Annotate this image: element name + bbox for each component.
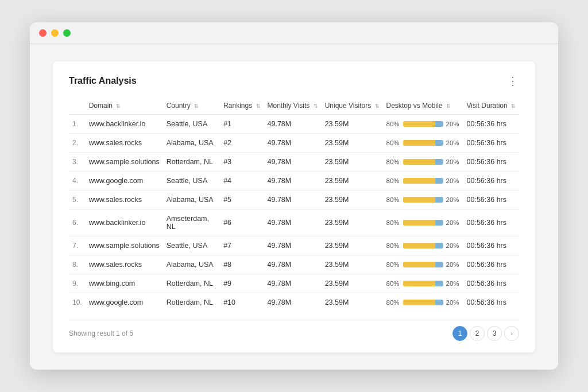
desktop-pct: 80% <box>386 121 400 127</box>
cell-unique-visitors: 23.59M <box>322 236 383 255</box>
titlebar <box>30 22 558 44</box>
minimize-button[interactable] <box>51 29 59 37</box>
bar-blue <box>435 121 443 127</box>
bar-track <box>403 243 443 249</box>
cell-country: Seattle, USA <box>163 236 220 255</box>
traffic-analysis-card: Traffic Analysis ⋮ Domain ⇅ Country ⇅ <box>53 61 535 352</box>
traffic-table: Domain ⇅ Country ⇅ Rankings ⇅ Monthly <box>69 97 519 312</box>
mobile-pct: 20% <box>446 121 460 127</box>
bar-blue <box>435 178 443 184</box>
table-row: 6. www.backlinker.io Amseterdam, NL #6 4… <box>69 209 519 236</box>
col-num <box>69 97 86 115</box>
card-title: Traffic Analysis <box>69 76 137 86</box>
mobile-pct: 20% <box>446 139 460 146</box>
bar-yellow <box>403 140 435 146</box>
col-desktop-mobile[interactable]: Desktop vs Mobile ⇅ <box>383 97 463 115</box>
cell-visit-duration: 00:56:36 hrs <box>463 209 520 236</box>
bar-track <box>403 220 443 226</box>
cell-domain: www.sample.solutions <box>86 153 163 172</box>
col-domain[interactable]: Domain ⇅ <box>86 97 163 115</box>
table-row: 2. www.sales.rocks Alabama, USA #2 49.78… <box>69 134 519 153</box>
sort-icon-visit-duration: ⇅ <box>511 103 516 109</box>
bar-track <box>403 159 443 165</box>
more-options-icon[interactable]: ⋮ <box>507 75 519 87</box>
col-visit-duration[interactable]: Visit Duration ⇅ <box>463 97 520 115</box>
showing-text: Showing result 1 of 5 <box>69 329 133 337</box>
next-page-button[interactable]: › <box>504 326 519 341</box>
bar-yellow <box>403 300 435 305</box>
cell-visit-duration: 00:56:36 hrs <box>463 115 520 134</box>
col-rankings[interactable]: Rankings ⇅ <box>220 97 264 115</box>
cell-unique-visitors: 23.59M <box>322 255 383 274</box>
browser-window: Traffic Analysis ⋮ Domain ⇅ Country ⇅ <box>30 22 558 370</box>
cell-desktop-mobile: 80% 20% <box>383 191 463 209</box>
col-monthly-visits[interactable]: Monthly Visits ⇅ <box>264 97 322 115</box>
page-1-button[interactable]: 1 <box>452 326 467 341</box>
mobile-pct: 20% <box>446 242 460 249</box>
cell-unique-visitors: 23.59M <box>322 191 383 209</box>
cell-domain: www.sample.solutions <box>86 236 163 255</box>
table-row: 10. www.google.com Rotterdam, NL #10 49.… <box>69 293 519 312</box>
cell-desktop-mobile: 80% 20% <box>383 134 463 153</box>
bar-yellow <box>403 197 435 203</box>
cell-unique-visitors: 23.59M <box>322 134 383 153</box>
cell-unique-visitors: 23.59M <box>322 172 383 191</box>
cell-ranking: #8 <box>220 255 264 274</box>
cell-desktop-mobile: 80% 20% <box>383 209 463 236</box>
cell-country: Alabama, USA <box>163 191 220 209</box>
header-row: Domain ⇅ Country ⇅ Rankings ⇅ Monthly <box>69 97 519 115</box>
cell-unique-visitors: 23.59M <box>322 209 383 236</box>
cell-monthly-visits: 49.78M <box>264 209 322 236</box>
browser-content: Traffic Analysis ⋮ Domain ⇅ Country ⇅ <box>30 44 558 370</box>
page-2-button[interactable]: 2 <box>470 326 485 341</box>
cell-ranking: #1 <box>220 115 264 134</box>
cell-ranking: #3 <box>220 153 264 172</box>
close-button[interactable] <box>39 29 47 37</box>
cell-desktop-mobile: 80% 20% <box>383 255 463 274</box>
sort-icon-monthly-visits: ⇅ <box>314 103 318 109</box>
cell-ranking: #9 <box>220 274 264 293</box>
bar-yellow <box>403 243 435 249</box>
cell-ranking: #2 <box>220 134 264 153</box>
cell-monthly-visits: 49.78M <box>264 293 322 312</box>
cell-domain: www.bing.com <box>86 274 163 293</box>
cell-ranking: #10 <box>220 293 264 312</box>
cell-visit-duration: 00:56:36 hrs <box>463 153 520 172</box>
desktop-pct: 80% <box>386 219 400 226</box>
bar-yellow <box>403 220 435 226</box>
cell-desktop-mobile: 80% 20% <box>383 236 463 255</box>
cell-num: 9. <box>69 274 86 293</box>
cell-country: Alabama, USA <box>163 134 220 153</box>
sort-icon-unique-visitors: ⇅ <box>375 103 380 109</box>
cell-monthly-visits: 49.78M <box>264 255 322 274</box>
cell-domain: www.backlinker.io <box>86 115 163 134</box>
cell-unique-visitors: 23.59M <box>322 293 383 312</box>
cell-country: Rotterdam, NL <box>163 293 220 312</box>
col-country[interactable]: Country ⇅ <box>163 97 220 115</box>
cell-desktop-mobile: 80% 20% <box>383 172 463 191</box>
table-row: 5. www.sales.rocks Alabama, USA #5 49.78… <box>69 191 519 209</box>
table-row: 9. www.bing.com Rotterdam, NL #9 49.78M … <box>69 274 519 293</box>
cell-num: 10. <box>69 293 86 312</box>
bar-track <box>403 178 443 184</box>
page-3-button[interactable]: 3 <box>487 326 502 341</box>
cell-country: Seattle, USA <box>163 172 220 191</box>
bar-track <box>403 140 443 146</box>
bar-yellow <box>403 262 435 267</box>
mobile-pct: 20% <box>446 196 460 203</box>
cell-domain: www.google.com <box>86 293 163 312</box>
cell-monthly-visits: 49.78M <box>264 274 322 293</box>
table-row: 8. www.sales.rocks Alabama, USA #8 49.78… <box>69 255 519 274</box>
table-row: 1. www.backlinker.io Seattle, USA #1 49.… <box>69 115 519 134</box>
cell-country: Rotterdam, NL <box>163 274 220 293</box>
maximize-button[interactable] <box>63 29 71 37</box>
sort-icon-rankings: ⇅ <box>256 103 261 109</box>
bar-track <box>403 121 443 127</box>
bar-blue <box>435 140 443 146</box>
cell-domain: www.sales.rocks <box>86 191 163 209</box>
cell-monthly-visits: 49.78M <box>264 191 322 209</box>
cell-monthly-visits: 49.78M <box>264 134 322 153</box>
bar-blue <box>435 300 443 305</box>
col-unique-visitors[interactable]: Unique Visitors ⇅ <box>322 97 383 115</box>
cell-num: 5. <box>69 191 86 209</box>
